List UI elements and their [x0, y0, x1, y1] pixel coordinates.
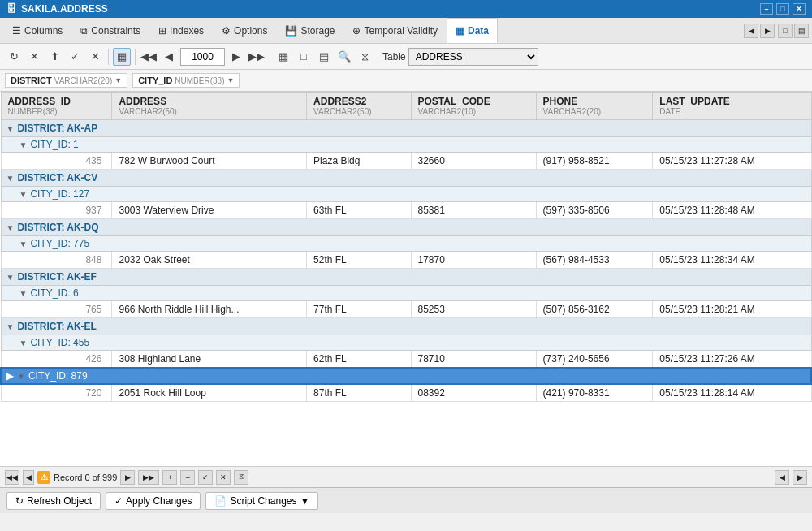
status-last-button[interactable]: ▶▶ [138, 470, 159, 485]
cityid-tag-name: CITY_ID [138, 76, 172, 85]
scroll-right-button[interactable]: ▶ [793, 470, 807, 485]
temporal-icon: ⊕ [352, 25, 361, 37]
subgroup-expand-icon: ▼ [19, 190, 28, 199]
table-group-header[interactable]: ▼DISTRICT: AK-CV [1, 170, 811, 187]
storage-icon: 💾 [285, 25, 297, 37]
table-group-header[interactable]: ▼DISTRICT: AK-AP [1, 120, 811, 137]
table-row[interactable]: 426308 Highland Lane62th FL78710(737) 24… [1, 351, 811, 369]
row-pointer: ▶ [6, 370, 14, 382]
filter-button[interactable]: ⧖ [356, 48, 374, 66]
subgroup-expand-icon: ▼ [19, 289, 28, 298]
table-subgroup-header[interactable]: ▶▼CITY_ID: 879 [1, 368, 811, 384]
tab-temporal[interactable]: ⊕ Temporal Validity [343, 18, 446, 43]
single-row-button[interactable]: □ [295, 48, 313, 66]
data-table-container[interactable]: ADDRESS_ID NUMBER(38) ADDRESS VARCHAR2(5… [0, 92, 812, 466]
toolbar-sep-3 [270, 49, 270, 65]
refresh-object-button[interactable]: ↻ Refresh Object [6, 492, 101, 510]
subgroup-expand-icon: ▼ [19, 339, 28, 348]
group-expand-icon: ▼ [6, 174, 15, 183]
table-header-row: ADDRESS_ID NUMBER(38) ADDRESS VARCHAR2(5… [1, 93, 811, 120]
tab-constraints[interactable]: ⧉ Constraints [71, 18, 149, 43]
script-changes-button[interactable]: 📄 Script Changes ▼ [205, 492, 318, 510]
grid-view-button[interactable]: ▦ [113, 48, 131, 66]
export-button[interactable]: ⬆ [45, 48, 63, 66]
status-prev-button[interactable]: ◀ [23, 470, 34, 485]
table-subgroup-header[interactable]: ▼CITY_ID: 1 [1, 137, 811, 153]
col-header-addressid: ADDRESS_ID NUMBER(38) [1, 93, 112, 120]
col-header-postalcode: POSTAL_CODE VARCHAR2(10) [411, 93, 536, 120]
cityid-tag-type: NUMBER(38) [175, 76, 224, 85]
indexes-icon: ⊞ [158, 25, 166, 37]
status-next-button[interactable]: ▶ [120, 470, 135, 485]
table-subgroup-header[interactable]: ▼CITY_ID: 775 [1, 236, 811, 252]
last-button[interactable]: ▶▶ [248, 48, 266, 66]
col-header-address: ADDRESS VARCHAR2(50) [112, 93, 307, 120]
status-first-button[interactable]: ◀◀ [5, 470, 19, 485]
subgroup-expand-icon: ▼ [19, 140, 28, 149]
scroll-left-button[interactable]: ◀ [775, 470, 789, 485]
status-add-button[interactable]: + [162, 470, 177, 485]
table-select[interactable]: ADDRESS [408, 48, 538, 66]
layout-tile-button[interactable]: ▤ [794, 24, 809, 38]
maximize-button[interactable]: □ [776, 3, 789, 15]
tab-next-button[interactable]: ▶ [760, 24, 775, 38]
detail-button[interactable]: ▤ [315, 48, 333, 66]
first-button[interactable]: ◀◀ [140, 48, 158, 66]
prev-button[interactable]: ◀ [160, 48, 178, 66]
refresh-object-icon: ↻ [15, 495, 24, 507]
table-row[interactable]: 765966 North Riddle Hill High...77th FL8… [1, 301, 811, 318]
table-subgroup-header[interactable]: ▼CITY_ID: 127 [1, 187, 811, 202]
district-sort-icon: ▼ [114, 76, 122, 84]
delete-button[interactable]: ✕ [25, 48, 43, 66]
tab-indexes[interactable]: ⊞ Indexes [149, 18, 213, 43]
cityid-sort-icon: ▼ [227, 76, 234, 84]
tab-columns[interactable]: ☰ Columns [3, 18, 71, 43]
cityid-column-tag[interactable]: CITY_ID NUMBER(38) ▼ [132, 73, 240, 88]
close-button[interactable]: ✕ [793, 3, 806, 15]
next-button[interactable]: ▶ [227, 48, 245, 66]
tab-storage[interactable]: 💾 Storage [276, 18, 343, 43]
subgroup-expand-icon: ▼ [17, 372, 25, 381]
apply-changes-icon: ✓ [114, 495, 123, 507]
district-column-tag[interactable]: DISTRICT VARCHAR2(20) ▼ [5, 73, 127, 88]
minimize-button[interactable]: – [760, 3, 773, 15]
search-button[interactable]: 🔍 [335, 48, 353, 66]
table-group-header[interactable]: ▼DISTRICT: AK-EF [1, 269, 811, 286]
app-icon: 🗄 [6, 3, 16, 15]
title-bar-text: SAKILA.ADDRESS [21, 3, 108, 15]
data-table: ADDRESS_ID NUMBER(38) ADDRESS VARCHAR2(5… [0, 92, 812, 402]
table-row[interactable]: 7202051 Rock Hill Loop87th FL08392(421) … [1, 384, 811, 402]
toolbar-sep-4 [378, 49, 378, 65]
row-count-input[interactable]: 1000 [180, 48, 225, 66]
table-subgroup-header[interactable]: ▼CITY_ID: 6 [1, 286, 811, 301]
tab-bar: ☰ Columns ⧉ Constraints ⊞ Indexes ⚙ Opti… [0, 18, 812, 44]
refresh-button[interactable]: ↻ [5, 48, 23, 66]
table-group-header[interactable]: ▼DISTRICT: AK-DQ [1, 219, 811, 236]
bottom-bar: ↻ Refresh Object ✓ Apply Changes 📄 Scrip… [0, 487, 812, 513]
group-expand-icon: ▼ [6, 124, 15, 133]
data-toolbar: ↻ ✕ ⬆ ✓ ✕ ▦ ◀◀ ◀ 1000 ▶ ▶▶ ▦ □ ▤ 🔍 ⧖ Tab… [0, 44, 812, 70]
status-confirm-button[interactable]: ✓ [198, 470, 213, 485]
table-group-header[interactable]: ▼DISTRICT: AK-EL [1, 318, 811, 335]
toolbar-sep-1 [108, 49, 109, 65]
table-row[interactable]: 435782 W Burwood CourtPlaza Bldg32660(91… [1, 153, 811, 170]
apply-changes-button[interactable]: ✓ Apply Changes [106, 492, 201, 510]
table-row[interactable]: 8482032 Oak Street52th FL17870(567) 984-… [1, 252, 811, 269]
rollback-button[interactable]: ✕ [86, 48, 104, 66]
tab-options[interactable]: ⚙ Options [213, 18, 276, 43]
columns-icon: ☰ [12, 25, 21, 37]
tab-navigation: ◀ ▶ [744, 24, 775, 38]
title-bar: 🗄 SAKILA.ADDRESS – □ ✕ [0, 0, 812, 18]
status-remove-button[interactable]: – [180, 470, 195, 485]
commit-button[interactable]: ✓ [66, 48, 84, 66]
table-row[interactable]: 9373003 Waterview Drive63th FL85381(597)… [1, 202, 811, 219]
status-filter-button[interactable]: ⧖ [234, 470, 248, 485]
constraints-icon: ⧉ [80, 25, 88, 37]
tab-data[interactable]: ▦ Data [447, 18, 498, 43]
table-grid-button[interactable]: ▦ [274, 48, 292, 66]
layout-single-button[interactable]: □ [778, 24, 793, 38]
tab-prev-button[interactable]: ◀ [744, 24, 758, 38]
status-cancel-button[interactable]: ✕ [216, 470, 231, 485]
table-subgroup-header[interactable]: ▼CITY_ID: 455 [1, 335, 811, 351]
col-header-address2: ADDRESS2 VARCHAR2(50) [307, 93, 411, 120]
